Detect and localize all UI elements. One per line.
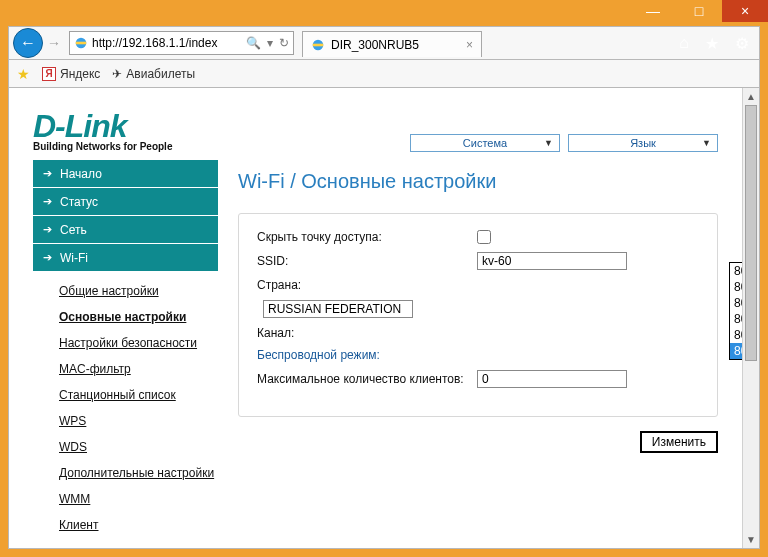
ie-icon	[74, 36, 88, 50]
subnav-security[interactable]: Настройки безопасности	[59, 330, 218, 356]
settings-panel: Скрыть точку доступа: SSID: Страна:	[238, 213, 718, 417]
address-bar[interactable]: 🔍 ▾ ↻	[69, 31, 294, 55]
tab-close-icon[interactable]: ×	[466, 38, 473, 52]
scroll-track[interactable]	[743, 105, 759, 531]
subnav-advanced[interactable]: Дополнительные настройки	[59, 460, 218, 486]
nav-back-button[interactable]: ←	[13, 28, 43, 58]
window-close-button[interactable]: ×	[722, 0, 768, 22]
mode-option[interactable]: 802.11 G only	[730, 295, 742, 311]
window-maximize-button[interactable]: □	[676, 0, 722, 22]
page-title: Wi-Fi / Основные настройки	[238, 170, 718, 193]
label-hide-ap: Скрыть точку доступа:	[257, 230, 477, 244]
mode-option[interactable]: 802.11 B only	[730, 279, 742, 295]
label-max-clients: Максимальное количество клиентов:	[257, 372, 477, 386]
main-content: Wi-Fi / Основные настройки Скрыть точку …	[238, 160, 718, 544]
scroll-down-icon[interactable]: ▼	[743, 531, 759, 548]
language-dropdown[interactable]: Язык ▼	[568, 134, 718, 152]
label-channel: Канал:	[257, 326, 477, 340]
window-minimize-button[interactable]: —	[630, 0, 676, 22]
ie-icon	[311, 38, 325, 52]
yandex-icon: Я	[42, 67, 56, 81]
subnav-wps[interactable]: WPS	[59, 408, 218, 434]
fav-link-yandex[interactable]: Я Яндекс	[42, 67, 100, 81]
logo-text: D-Link	[33, 108, 172, 145]
ssid-input[interactable]	[477, 252, 627, 270]
dropdown-label: Язык	[630, 137, 656, 149]
submit-button[interactable]: Изменить	[640, 431, 718, 453]
wireless-mode-dropdown[interactable]: 802.11 B/G mixed 802.11 B only 802.11 G …	[729, 262, 742, 360]
arrow-right-icon: ➔	[43, 195, 52, 208]
arrow-right-icon: →	[47, 35, 61, 51]
label-country: Страна:	[257, 278, 477, 292]
favorites-bar: ★ Я Яндекс ✈ Авиабилеты	[8, 60, 760, 88]
dropdown-label: Система	[463, 137, 507, 149]
add-favorite-icon[interactable]: ★	[17, 66, 30, 82]
tools-icon[interactable]: ⚙	[735, 34, 749, 53]
url-input[interactable]	[92, 36, 242, 50]
nav-forward-button[interactable]: →	[43, 32, 65, 54]
label-wireless-mode: Беспроводной режим:	[257, 348, 477, 362]
search-icon[interactable]: 🔍	[246, 36, 261, 50]
sidebar: ➔Начало ➔Статус ➔Сеть ➔Wi-Fi Общие настр…	[33, 160, 218, 544]
country-input[interactable]	[263, 300, 413, 318]
subnav-client[interactable]: Клиент	[59, 512, 218, 538]
subnav-wmm[interactable]: WMM	[59, 486, 218, 512]
browser-toolbar: ← → 🔍 ▾ ↻ DIR_300NRUB5 × ⌂ ★ ⚙	[8, 26, 760, 60]
favorites-icon[interactable]: ★	[705, 34, 719, 53]
wifi-subnav: Общие настройки Основные настройки Настр…	[33, 272, 218, 544]
scroll-thumb[interactable]	[745, 105, 757, 361]
arrow-right-icon: ➔	[43, 167, 52, 180]
caret-down-icon: ▼	[702, 138, 711, 148]
mode-option-selected[interactable]: 802.11 B/G/N mixed	[730, 343, 742, 359]
mode-option[interactable]: 802.11 G/N mixed	[730, 327, 742, 343]
fav-label: Яндекс	[60, 67, 100, 81]
sidebar-item-home[interactable]: ➔Начало	[33, 160, 218, 188]
home-icon[interactable]: ⌂	[679, 34, 689, 53]
caret-down-icon: ▼	[544, 138, 553, 148]
dropdown-icon[interactable]: ▾	[267, 36, 273, 50]
mode-option[interactable]: 802.11 B/G mixed	[730, 263, 742, 279]
sidebar-item-label: Сеть	[60, 223, 87, 237]
subnav-macfilter[interactable]: MAC-фильтр	[59, 356, 218, 382]
arrow-left-icon: ←	[20, 34, 36, 52]
refresh-icon[interactable]: ↻	[279, 36, 289, 50]
subnav-wds[interactable]: WDS	[59, 434, 218, 460]
sidebar-item-wifi[interactable]: ➔Wi-Fi	[33, 244, 218, 272]
mode-option[interactable]: 802.11 N only	[730, 311, 742, 327]
sidebar-item-network[interactable]: ➔Сеть	[33, 216, 218, 244]
dlink-logo: D-Link Building Networks for People	[33, 108, 172, 152]
vertical-scrollbar[interactable]: ▲ ▼	[742, 88, 759, 548]
plane-icon: ✈	[112, 67, 122, 81]
arrow-right-icon: ➔	[43, 223, 52, 236]
fav-link-aviabilety[interactable]: ✈ Авиабилеты	[112, 67, 195, 81]
subnav-general[interactable]: Общие настройки	[59, 278, 218, 304]
logo-tagline: Building Networks for People	[33, 141, 172, 152]
tab-title: DIR_300NRUB5	[331, 38, 419, 52]
sidebar-item-label: Статус	[60, 195, 98, 209]
browser-tab[interactable]: DIR_300NRUB5 ×	[302, 31, 482, 57]
subnav-stationlist[interactable]: Станционный список	[59, 382, 218, 408]
page-content: D-Link Building Networks for People Сист…	[9, 88, 742, 548]
sidebar-item-label: Wi-Fi	[60, 251, 88, 265]
subnav-basic[interactable]: Основные настройки	[59, 304, 218, 330]
hide-ap-checkbox[interactable]	[477, 230, 491, 244]
fav-label: Авиабилеты	[126, 67, 195, 81]
scroll-up-icon[interactable]: ▲	[743, 88, 759, 105]
label-ssid: SSID:	[257, 254, 477, 268]
sidebar-item-status[interactable]: ➔Статус	[33, 188, 218, 216]
max-clients-input[interactable]	[477, 370, 627, 388]
window-titlebar: — □ ×	[0, 0, 768, 22]
system-dropdown[interactable]: Система ▼	[410, 134, 560, 152]
arrow-right-icon: ➔	[43, 251, 52, 264]
sidebar-item-label: Начало	[60, 167, 102, 181]
